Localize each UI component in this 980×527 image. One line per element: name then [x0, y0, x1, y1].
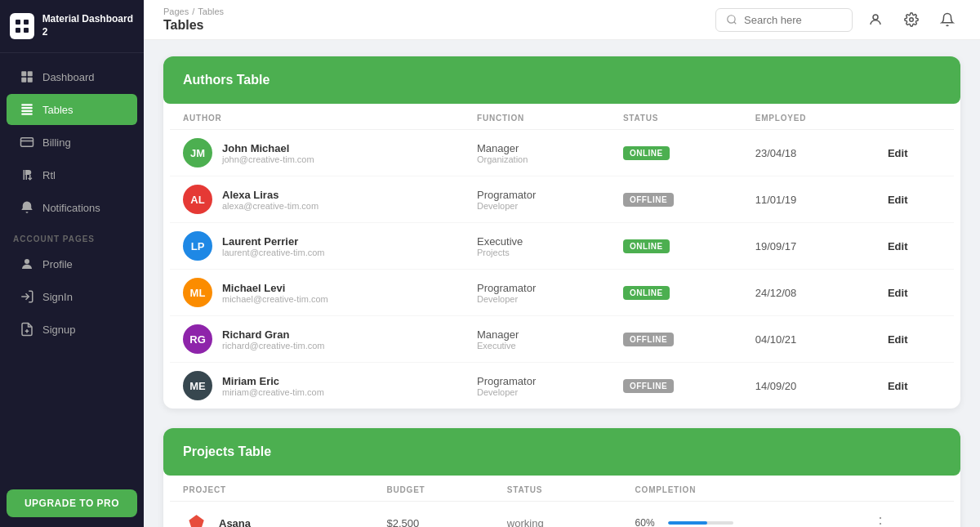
avatar: ME	[183, 371, 212, 400]
employed-cell: 04/10/21	[742, 316, 875, 363]
topbar: Pages / Tables Tables	[144, 0, 980, 40]
completion-percent: 60%	[635, 517, 662, 527]
svg-rect-11	[21, 114, 33, 115]
svg-rect-8	[21, 104, 33, 105]
table-row: JM John Michael john@creative-tim.com Ma…	[170, 130, 954, 176]
svg-rect-9	[21, 107, 33, 109]
main-area: Pages / Tables Tables	[144, 0, 980, 527]
page-title: Tables	[163, 18, 224, 33]
sidebar-item-signup[interactable]: Signup	[7, 314, 137, 345]
sidebar-item-dashboard[interactable]: Dashboard	[7, 61, 137, 92]
projects-table-header: Projects Table	[163, 428, 960, 476]
col-status: STATUS	[610, 104, 742, 130]
author-info: Alexa Liras alexa@creative-tim.com	[222, 189, 318, 211]
authors-table-wrap: AUTHOR FUNCTION STATUS EMPLOYED JM John …	[163, 104, 960, 409]
sidebar-item-label: Rtl	[42, 169, 56, 181]
sidebar-item-label: Tables	[42, 104, 74, 116]
edit-button[interactable]: Edit	[888, 194, 908, 206]
svg-line-22	[734, 22, 737, 25]
breadcrumb: Pages / Tables Tables	[163, 7, 224, 33]
author-email: laurent@creative-tim.com	[222, 248, 324, 257]
svg-rect-7	[28, 78, 33, 83]
col-author: AUTHOR	[170, 104, 464, 130]
function-title: Manager	[477, 142, 597, 154]
edit-button[interactable]: Edit	[888, 333, 908, 346]
employed-date: 19/09/17	[755, 240, 797, 252]
status-cell: OFFLINE	[610, 176, 742, 223]
status-cell: ONLINE	[610, 130, 742, 176]
author-name: John Michael	[222, 142, 314, 154]
svg-rect-2	[16, 28, 20, 33]
status-cell: ONLINE	[610, 270, 742, 316]
col-project: PROJECT	[170, 476, 373, 502]
author-cell: LP Laurent Perrier laurent@creative-tim.…	[170, 223, 464, 270]
billing-icon	[20, 135, 34, 150]
author-email: alexa@creative-tim.com	[222, 201, 318, 211]
col-action	[853, 476, 954, 502]
author-info: Miriam Eric miriam@creative-tim.com	[222, 375, 324, 397]
action-cell: Edit	[875, 176, 954, 223]
author-cell: AL Alexa Liras alexa@creative-tim.com	[170, 176, 464, 223]
search-input[interactable]	[744, 14, 842, 26]
sidebar-item-label: SignIn	[42, 291, 73, 303]
sidebar-item-label: Notifications	[42, 202, 100, 214]
avatar: LP	[183, 231, 212, 261]
sidebar-item-billing[interactable]: Billing	[7, 127, 137, 158]
breadcrumb-parent: Pages	[163, 7, 189, 16]
col-action	[875, 104, 954, 130]
author-name: Miriam Eric	[222, 375, 324, 387]
edit-button[interactable]: Edit	[888, 147, 908, 159]
edit-button[interactable]: Edit	[888, 287, 908, 299]
author-info: Laurent Perrier laurent@creative-tim.com	[222, 235, 324, 257]
status-cell: OFFLINE	[610, 316, 742, 363]
sidebar-item-tables[interactable]: Tables	[7, 94, 137, 125]
author-cell: JM John Michael john@creative-tim.com	[170, 130, 464, 176]
avatar: JM	[183, 138, 212, 167]
col-completion: COMPLETION	[622, 476, 853, 502]
status-badge: ONLINE	[623, 239, 670, 253]
author-name: Richard Gran	[222, 328, 324, 341]
sidebar: Material Dashboard 2 Dashboard Tables	[0, 0, 144, 527]
edit-button[interactable]: Edit	[888, 380, 908, 392]
function-sub: Projects	[477, 248, 597, 257]
more-menu-button[interactable]: ⋮	[866, 511, 894, 527]
svg-point-17	[24, 259, 29, 264]
profile-icon	[20, 257, 34, 271]
author-email: michael@creative-tim.com	[222, 294, 328, 304]
employed-cell: 11/01/19	[742, 176, 875, 223]
account-section-label: ACCOUNT PAGES	[0, 225, 144, 247]
status-badge: ONLINE	[623, 146, 670, 160]
employed-date: 04/10/21	[755, 333, 797, 346]
edit-button[interactable]: Edit	[888, 240, 908, 252]
notifications-icon	[20, 200, 34, 215]
authors-table: AUTHOR FUNCTION STATUS EMPLOYED JM John …	[170, 104, 954, 409]
sidebar-item-signin[interactable]: SignIn	[7, 281, 137, 312]
search-box[interactable]	[715, 8, 853, 32]
svg-rect-10	[21, 110, 33, 112]
action-cell: ⋮	[853, 502, 954, 528]
function-cell: Programator Developer	[464, 270, 610, 316]
status-cell: ONLINE	[610, 223, 742, 270]
function-cell: Programator Developer	[464, 363, 610, 409]
action-cell: Edit	[875, 223, 954, 270]
upgrade-button[interactable]: UPGRADE TO PRO	[7, 489, 137, 517]
sidebar-item-profile[interactable]: Profile	[7, 248, 137, 279]
author-email: miriam@creative-tim.com	[222, 387, 324, 397]
authors-table-card: Authors Table AUTHOR FUNCTION STATUS EMP…	[163, 56, 960, 409]
sidebar-item-rtl[interactable]: Rtl	[7, 159, 137, 190]
svg-rect-1	[24, 20, 29, 25]
breadcrumb-separator: /	[192, 7, 194, 16]
action-cell: Edit	[875, 316, 954, 363]
sidebar-item-notifications[interactable]: Notifications	[7, 192, 137, 223]
employed-date: 24/12/08	[755, 287, 797, 299]
settings-icon[interactable]	[898, 7, 924, 33]
signup-icon	[20, 322, 34, 337]
function-sub: Developer	[477, 201, 597, 211]
action-cell: Edit	[875, 130, 954, 176]
bell-icon[interactable]	[934, 7, 960, 33]
account-icon[interactable]	[862, 7, 889, 33]
author-name: Michael Levi	[222, 282, 328, 294]
projects-table-wrap: PROJECT BUDGET STATUS COMPLETION ⬟ Asana…	[163, 476, 960, 527]
projects-table-card: Projects Table PROJECT BUDGET STATUS COM…	[163, 428, 960, 527]
brand-icon	[10, 13, 34, 39]
